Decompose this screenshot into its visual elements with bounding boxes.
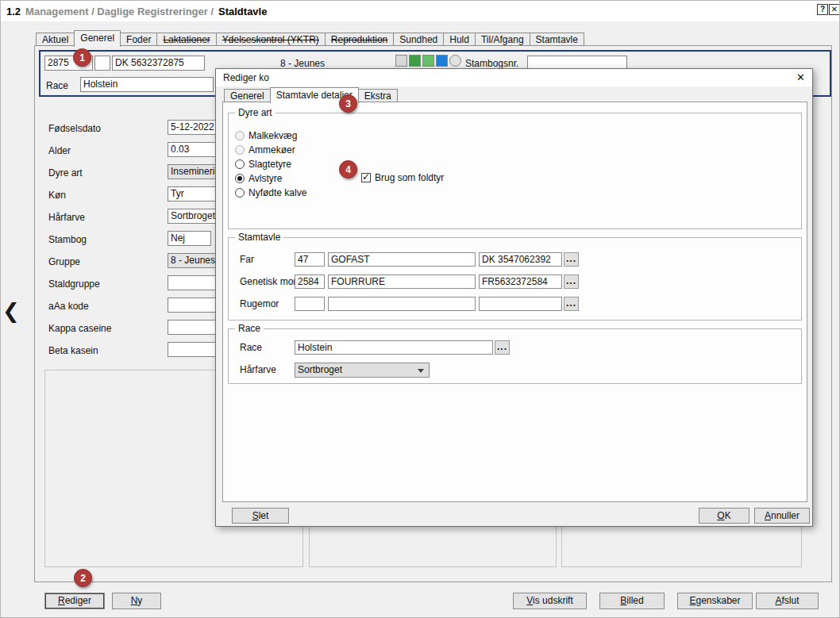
group-value-label: 8 - Jeunes [280,58,325,69]
far-browse-button[interactable]: ... [564,252,579,267]
slagtetyre-radio[interactable] [235,159,245,169]
animal-number-suffix-input[interactable] [94,56,110,71]
rediger-button[interactable]: Rediger [44,593,105,609]
annotation-badge-4: 4 [339,160,357,178]
far-number-input[interactable]: 47 [295,252,325,267]
refresh-icon[interactable] [449,55,461,67]
dialog-tab-generel[interactable]: Generel [224,89,271,102]
titlebar: 1.2 Management / Daglige Registreringer … [1,1,839,21]
staldtavle-window: 1.2 Management / Daglige Registreringer … [0,0,840,618]
beta-kasein-label: Beta kasein [48,345,98,356]
alder-label: Alder [48,145,71,156]
tab-generel[interactable]: Generel [74,30,121,47]
rugemor-label: Rugemor [240,298,279,309]
annuller-button[interactable]: Annuller [754,508,810,524]
nyfoedte-kalve-label: Nyfødte kalve [249,187,306,198]
tab-laktationer[interactable]: Laktationer [156,33,216,46]
dialog-titlebar: Rediger ko ✕ [216,69,812,86]
dialog-close-icon[interactable]: ✕ [796,71,805,83]
rugemor-number-input[interactable] [295,297,325,311]
edit-icon[interactable] [409,55,421,67]
breadcrumb-prefix: 1.2 [6,6,21,17]
annotation-badge-1: 1 [73,48,91,67]
dyre-art-legend: Dyre art [235,107,276,118]
help-icon[interactable]: ? [817,4,828,15]
breadcrumb-path: Management / Daglige Registreringer / [25,6,214,17]
dyre-art-group: Dyre art Malkekvæg Ammekøer Slagtetyre A… [228,113,802,229]
slet-button[interactable]: Slet [232,508,289,524]
koen-label: Køn [48,190,66,201]
note-icon[interactable] [422,55,434,67]
dialog-tab-ekstra[interactable]: Ekstra [358,89,398,102]
malkekvaeg-label: Malkekvæg [249,130,297,141]
genetisk-mor-name-input[interactable]: FOURRURE [328,274,476,289]
dyre-art-label: Dyre art [48,167,83,178]
tab-aktuel[interactable]: Aktuel [36,33,75,46]
radio-row-malkekvaeg: Malkekvæg [235,130,297,141]
chevron-down-icon [418,369,424,373]
stamtavle-group: Stamtavle Far 47 GOFAST DK 3547062392 ..… [228,237,802,321]
ammekoeer-label: Ammekøer [249,144,295,155]
gruppe-label: Gruppe [48,256,80,267]
race-browse-button[interactable]: ... [495,340,510,355]
foldtyr-checkbox-row: Brug som foldtyr [361,172,444,183]
far-name-input[interactable]: GOFAST [328,252,476,267]
stamtavle-legend: Stamtavle [235,232,283,243]
haarfarve-selected-value: Sortbroget [298,364,342,375]
page-title: Staldtavle [218,6,267,17]
far-id-input[interactable]: DK 3547062392 [479,252,562,267]
dialog-race-input[interactable]: Holstein [295,340,493,355]
animal-id-input[interactable]: DK 5632372875 [112,56,205,71]
annotation-badge-3: 3 [339,94,357,113]
close-icon[interactable]: ✕ [829,4,840,15]
egenskaber-button[interactable]: Egenskaber [677,593,753,609]
tab-ydelseskontrol[interactable]: Ydelseskontrol (YKTR) [216,33,326,46]
race-group: Race Race Holstein ... Hårfarve Sortbrog… [228,328,802,384]
dialog-haarfarve-label: Hårfarve [240,364,276,375]
brug-som-foldtyr-label: Brug som foldtyr [375,172,444,183]
slagtetyre-label: Slagtetyre [249,159,291,170]
tab-til-afgang[interactable]: Til/Afgang [475,33,530,46]
dialog-title: Rediger ko [223,72,269,83]
vis-udskrift-button[interactable]: Vis udskrift [513,593,587,609]
avlstyre-radio[interactable] [235,174,245,183]
kappa-caseine-label: Kappa caseine [48,323,111,334]
radio-row-nyfoedte-kalve: Nyfødte kalve [235,187,306,198]
rugemor-browse-button[interactable]: ... [564,297,579,311]
rugemor-id-input[interactable] [479,297,562,311]
ammekoeer-radio[interactable] [235,145,245,155]
main-tab-bar: Aktuel Generel Foder Laktationer Ydelses… [36,30,584,46]
avlstyre-label: Avlstyre [249,173,282,184]
nyfoedte-kalve-radio[interactable] [235,188,245,198]
collapse-panel-icon[interactable]: ❮ [2,299,20,324]
foedselsdato-label: Fødselsdato [48,123,101,134]
grid-icon[interactable] [395,55,407,67]
billed-button[interactable]: Billed [599,593,665,609]
tab-foder[interactable]: Foder [120,33,157,46]
genetisk-mor-id-input[interactable]: FR5632372584 [479,274,562,289]
staldgruppe-label: Staldgruppe [48,278,100,290]
genetisk-mor-number-input[interactable]: 2584 [295,274,325,289]
dialog-race-label: Race [240,342,262,353]
stambogsnr-label: Stambogsnr. [465,58,518,69]
info-icon[interactable] [436,55,448,67]
annotation-badge-2: 2 [74,569,92,587]
haarfarve-select[interactable]: Sortbroget [295,363,430,378]
malkekvaeg-radio[interactable] [235,131,245,140]
afslut-button[interactable]: Afslut [756,593,819,609]
race-legend: Race [235,323,264,334]
race-input[interactable]: Holstein [80,77,214,92]
ok-button[interactable]: OK [699,508,749,524]
stambog-input[interactable]: Nej [168,231,211,246]
rugemor-name-input[interactable] [328,297,476,311]
tab-huld[interactable]: Huld [443,33,476,46]
rediger-ko-dialog: Rediger ko ✕ Generel Stamtavle detaljer … [215,68,813,527]
aaa-kode-label: aAa kode [48,301,89,312]
tab-stamtavle[interactable]: Stamtavle [530,33,584,46]
ny-button[interactable]: Ny [112,593,161,609]
tab-sundhed[interactable]: Sundhed [393,33,444,46]
brug-som-foldtyr-checkbox[interactable] [361,173,371,182]
far-label: Far [240,254,254,265]
genetisk-mor-browse-button[interactable]: ... [564,274,579,289]
tab-reproduktion[interactable]: Reproduktion [325,33,394,46]
